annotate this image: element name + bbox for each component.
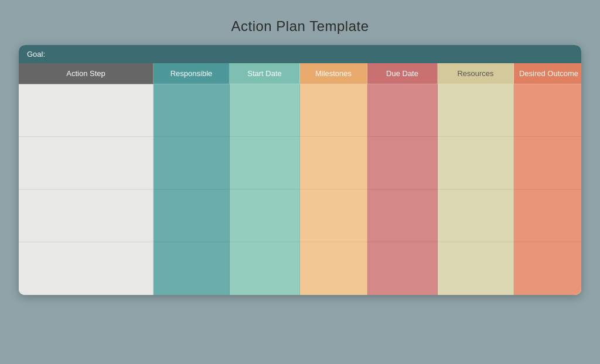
row1-milestones[interactable] xyxy=(300,84,367,137)
row2-due-date[interactable] xyxy=(367,137,438,190)
row2-desired-outcome[interactable] xyxy=(514,137,581,190)
table-container: Goal: Action Step Responsible Start Date… xyxy=(19,45,581,295)
goal-bar: Goal: xyxy=(19,45,581,63)
header-start-date: Start Date xyxy=(230,63,300,84)
row3-responsible[interactable] xyxy=(154,190,230,242)
row4-start-date[interactable] xyxy=(230,242,300,295)
row1-due-date[interactable] xyxy=(367,84,438,137)
row1-responsible[interactable] xyxy=(154,84,230,137)
row1-resources[interactable] xyxy=(438,84,514,137)
header-desired-outcome: Desired Outcome xyxy=(514,63,581,84)
header-action-step: Action Step xyxy=(19,63,154,84)
row1-desired-outcome[interactable] xyxy=(514,84,581,137)
row2-milestones[interactable] xyxy=(300,137,367,190)
row1-start-date[interactable] xyxy=(230,84,300,137)
row4-resources[interactable] xyxy=(438,242,514,295)
page-wrapper: Action Plan Template Goal: Action Step R… xyxy=(19,18,581,346)
row2-start-date[interactable] xyxy=(230,137,300,190)
header-milestones: Milestones xyxy=(300,63,367,84)
row3-action-step[interactable] xyxy=(19,190,154,242)
row4-desired-outcome[interactable] xyxy=(514,242,581,295)
row4-due-date[interactable] xyxy=(367,242,438,295)
row2-action-step[interactable] xyxy=(19,137,154,190)
page-title: Action Plan Template xyxy=(231,18,369,35)
row3-resources[interactable] xyxy=(438,190,514,242)
row4-responsible[interactable] xyxy=(154,242,230,295)
goal-label: Goal: xyxy=(27,50,45,59)
row2-resources[interactable] xyxy=(438,137,514,190)
row3-start-date[interactable] xyxy=(230,190,300,242)
row1-action-step[interactable] xyxy=(19,84,154,137)
row3-due-date[interactable] xyxy=(367,190,438,242)
header-resources: Resources xyxy=(438,63,514,84)
row3-desired-outcome[interactable] xyxy=(514,190,581,242)
row4-milestones[interactable] xyxy=(300,242,367,295)
row4-action-step[interactable] xyxy=(19,242,154,295)
row2-responsible[interactable] xyxy=(154,137,230,190)
table-grid: Action Step Responsible Start Date Miles… xyxy=(19,63,581,295)
row3-milestones[interactable] xyxy=(300,190,367,242)
header-due-date: Due Date xyxy=(367,63,438,84)
header-responsible: Responsible xyxy=(154,63,230,84)
